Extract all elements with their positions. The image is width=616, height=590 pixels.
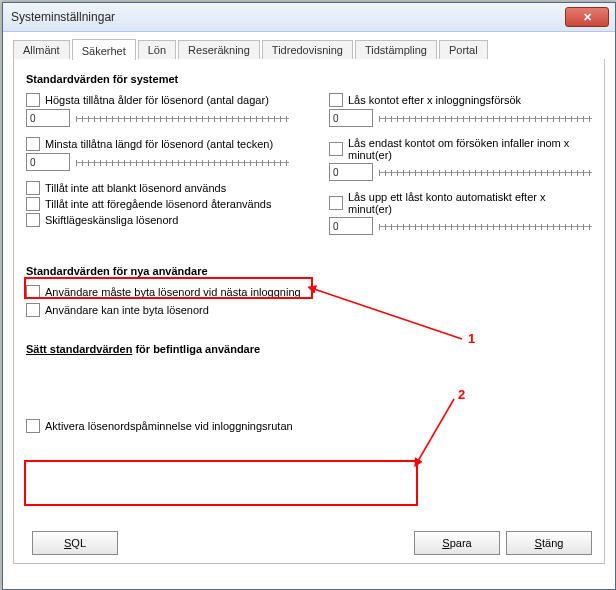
slider-min-password-length[interactable] [76,155,289,169]
label-case-sensitive-password: Skiftlägeskänsliga lösenord [45,214,178,226]
label-enable-password-reminder: Aktivera lösenordspåminnelse vid inloggn… [45,420,293,432]
label-cannot-change-password: Användare kan inte byta lösenord [45,304,209,316]
checkbox-auto-unlock[interactable] [329,196,343,210]
tab-reserakning[interactable]: Reseräkning [178,40,260,59]
checkbox-lock-only-within[interactable] [329,142,343,156]
label-no-blank-password: Tillåt inte att blankt lösenord används [45,182,226,194]
input-auto-unlock[interactable]: 0 [329,217,373,235]
tab-panel-sakerhet: Standardvärden för systemet Högsta tillå… [13,59,605,564]
footer-bar: SQL Spara Stäng [26,531,592,555]
label-max-password-age: Högsta tillåtna ålder för lösenord (anta… [45,94,269,106]
section-title-system-defaults: Standardvärden för systemet [26,73,592,85]
label-lock-only-within: Lås endast kontot om försöken infaller i… [348,137,592,161]
input-min-password-length[interactable]: 0 [26,153,70,171]
checkbox-min-password-length[interactable] [26,137,40,151]
tab-portal[interactable]: Portal [439,40,488,59]
slider-lock-only-within[interactable] [379,165,592,179]
close-button[interactable]: ✕ [565,7,609,27]
checkbox-must-change-password[interactable] [26,285,40,299]
slider-max-password-age[interactable] [76,111,289,125]
tab-allmant[interactable]: Allmänt [13,40,70,59]
window-frame: Systeminställningar ✕ Allmänt Säkerhet L… [2,2,616,590]
tab-sakerhet[interactable]: Säkerhet [72,39,136,60]
close-window-button[interactable]: Stäng [506,531,592,555]
window-body: Allmänt Säkerhet Lön Reseräkning Tidredo… [3,32,615,574]
slider-auto-unlock[interactable] [379,219,592,233]
checkbox-no-previous-password[interactable] [26,197,40,211]
sql-button[interactable]: SQL [32,531,118,555]
checkbox-max-password-age[interactable] [26,93,40,107]
close-icon: ✕ [583,12,592,23]
tab-bar: Allmänt Säkerhet Lön Reseräkning Tidredo… [13,38,605,60]
save-button[interactable]: Spara [414,531,500,555]
checkbox-lock-after-attempts[interactable] [329,93,343,107]
checkbox-cannot-change-password[interactable] [26,303,40,317]
checkbox-case-sensitive-password[interactable] [26,213,40,227]
label-lock-after-attempts: Lås kontot efter x inloggningsförsök [348,94,521,106]
tab-tidstampling[interactable]: Tidstämpling [355,40,437,59]
slider-lock-after-attempts[interactable] [379,111,592,125]
label-no-previous-password: Tillåt inte att föregående lösenord åter… [45,198,271,210]
input-max-password-age[interactable]: 0 [26,109,70,127]
label-must-change-password: Användare måste byta lösenord vid nästa … [45,286,301,298]
title-bar: Systeminställningar ✕ [3,3,615,32]
label-min-password-length: Minsta tillåtna längd för lösenord (anta… [45,138,273,150]
link-set-defaults-existing[interactable]: Sätt standardvärden för befintliga använ… [26,333,592,355]
tab-tidredovisning[interactable]: Tidredovisning [262,40,353,59]
window-title: Systeminställningar [11,10,115,24]
right-column: Lås kontot efter x inloggningsförsök 0 L… [329,91,592,245]
left-column: Högsta tillåtna ålder för lösenord (anta… [26,91,289,245]
checkbox-no-blank-password[interactable] [26,181,40,195]
input-lock-only-within[interactable]: 0 [329,163,373,181]
input-lock-after-attempts[interactable]: 0 [329,109,373,127]
label-auto-unlock: Lås upp ett låst konto automatiskt efter… [348,191,592,215]
tab-lon[interactable]: Lön [138,40,176,59]
section-title-new-user-defaults: Standardvärden för nya användare [26,265,592,277]
checkbox-enable-password-reminder[interactable] [26,419,40,433]
